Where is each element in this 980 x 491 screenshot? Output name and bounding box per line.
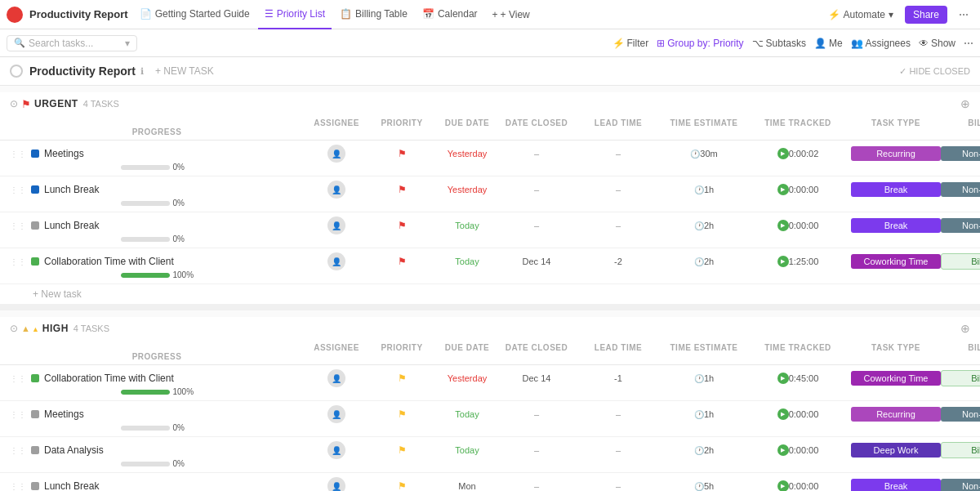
section-name-high: HIGH	[42, 323, 69, 334]
add-view-btn[interactable]: + + View	[486, 6, 537, 24]
section-count-urgent: 4 TASKS	[83, 99, 119, 109]
billing-badge: Non-billable	[941, 218, 980, 233]
chevron-down-icon: ▾	[889, 9, 893, 20]
tab-priority-list[interactable]: ☰ Priority List	[258, 0, 332, 29]
date-closed: –	[534, 221, 539, 230]
tab-calendar[interactable]: 📅 Calendar	[416, 0, 484, 29]
col-due-date: DUE DATE	[434, 118, 500, 127]
clock-icon: 🕐	[690, 150, 700, 158]
assignees-btn[interactable]: 👥 Assignees	[851, 38, 911, 49]
add-task-urgent[interactable]: + New task	[0, 284, 980, 304]
task-row[interactable]: ⋮⋮ Lunch Break 👤 ⚑ Yesterday – – 🕐1h ▶0:…	[0, 176, 980, 212]
me-btn[interactable]: 👤 Me	[814, 38, 843, 49]
progress-pct: 0%	[173, 234, 194, 243]
col-date-closed: DATE CLOSED	[500, 118, 573, 127]
due-date: Today	[455, 257, 479, 266]
date-closed: –	[534, 185, 539, 194]
time-estimate: 30m	[700, 149, 717, 158]
section-high: ⊙ ▲ ▲ HIGH 4 TASKS ⊕ ASSIGNEE PRIORITY D…	[0, 317, 980, 491]
task-row[interactable]: ⋮⋮Data Analysis 👤 ⚑ Today – – 🕐2h ▶0:00:…	[0, 437, 980, 473]
task-name: Data Analysis	[44, 444, 104, 456]
progress-bar	[121, 237, 170, 242]
task-color-dot	[31, 257, 39, 266]
main-content: Productivity Report ℹ + NEW TASK ✓ HIDE …	[0, 57, 980, 491]
tab-icon-getting-started: 📄	[140, 8, 152, 20]
more-options-btn[interactable]: ⋯	[954, 7, 973, 22]
info-icon[interactable]: ℹ	[140, 66, 144, 77]
assignee-avatar: 👤	[327, 216, 345, 234]
time-tracked: 0:00:00	[789, 221, 819, 230]
billing-badge: Non-billable	[941, 182, 980, 197]
filter-icon: ⚡	[612, 38, 625, 49]
task-row[interactable]: ⋮⋮Meetings 👤 ⚑ Today – – 🕐1h ▶0:00:00 Re…	[0, 401, 980, 437]
task-type-badge: Break	[851, 182, 941, 197]
time-tracked: 0:00:00	[789, 185, 819, 194]
high-icon: ▲ ▲	[21, 324, 39, 333]
progress-pct: 0%	[173, 163, 194, 172]
task-type-badge: Coworking Time	[851, 254, 941, 269]
lead-time: –	[616, 221, 621, 230]
top-nav: Productivity Report 📄 Getting Started Gu…	[0, 0, 980, 29]
more-toolbar-btn[interactable]: ⋯	[964, 38, 973, 49]
time-tracked: 0:00:02	[789, 149, 819, 158]
filter-btn[interactable]: ⚡ Filter	[612, 38, 649, 49]
assignee-avatar: 👤	[327, 252, 345, 270]
task-name: Lunch Break	[44, 220, 99, 231]
group-by-btn[interactable]: ⊞ Group by: Priority	[657, 38, 743, 49]
add-task-icon-high[interactable]: ⊕	[960, 322, 970, 335]
show-btn[interactable]: 👁 Show	[919, 38, 956, 49]
col-billing: BILLING	[941, 118, 980, 127]
progress-bar	[121, 201, 170, 206]
search-icon: 🔍	[14, 38, 25, 48]
add-task-icon-urgent[interactable]: ⊕	[960, 97, 970, 110]
progress-bar	[121, 165, 170, 170]
progress-bar	[121, 273, 170, 278]
search-placeholder: Search tasks...	[29, 38, 93, 49]
progress-pct: 0%	[173, 199, 194, 208]
col-headers-urgent: ASSIGNEE PRIORITY DUE DATE DATE CLOSED L…	[0, 115, 980, 141]
task-row[interactable]: ⋮⋮ Lunch Break 👤 ⚑ Today – – 🕐2h ▶0:00:0…	[0, 212, 980, 248]
share-btn[interactable]: Share	[905, 6, 947, 24]
new-task-header-btn[interactable]: + NEW TASK	[150, 64, 219, 78]
task-row[interactable]: ⋮⋮ Collaboration Time with Client 👤 ⚑ To…	[0, 248, 980, 284]
assignees-icon: 👥	[851, 38, 863, 49]
play-icon: ▶	[777, 148, 789, 159]
tab-billing-table[interactable]: 📋 Billing Table	[333, 0, 414, 29]
billing-badge: Billable	[941, 253, 980, 270]
drag-handle: ⋮⋮	[10, 150, 26, 158]
task-name: Lunch Break	[44, 184, 99, 195]
assignee-avatar: 👤	[327, 145, 345, 163]
task-row[interactable]: ⋮⋮Collaboration Time with Client 👤 ⚑ Yes…	[0, 365, 980, 401]
billing-badge: Non-billable	[941, 146, 980, 161]
hide-closed-btn[interactable]: ✓ HIDE CLOSED	[899, 66, 970, 77]
search-box[interactable]: 🔍 Search tasks... ▾	[7, 35, 137, 51]
section-header-high: ⊙ ▲ ▲ HIGH 4 TASKS ⊕	[0, 317, 980, 340]
project-title: Productivity Report	[29, 65, 136, 78]
task-row[interactable]: ⋮⋮Lunch Break 👤 ⚑ Mon – – 🕐5h ▶0:00:00 B…	[0, 473, 980, 491]
app-container: Productivity Report 📄 Getting Started Gu…	[0, 0, 980, 491]
section-urgent: ⊙ ⚑ URGENT 4 TASKS ⊕ ASSIGNEE PRIORITY D…	[0, 92, 980, 304]
play-icon: ▶	[777, 220, 789, 231]
task-type-badge: Break	[851, 218, 941, 233]
chevron-down-icon: ▾	[125, 38, 130, 49]
play-icon: ▶	[777, 184, 789, 195]
task-name: Meetings	[44, 408, 84, 420]
task-color-dot	[31, 150, 39, 158]
date-closed: Dec 14	[523, 257, 551, 266]
subtasks-btn[interactable]: ⌥ Subtasks	[752, 38, 806, 49]
task-row[interactable]: ⋮⋮ Meetings 👤 ⚑ Yesterday – – 🕐30m ▶0:00…	[0, 141, 980, 176]
task-name: Lunch Break	[44, 480, 99, 491]
collapse-icon-high[interactable]: ⊙	[10, 323, 18, 334]
drag-handle: ⋮⋮	[10, 185, 26, 194]
collapse-icon-urgent[interactable]: ⊙	[10, 98, 18, 109]
toolbar-right: ⚡ Filter ⊞ Group by: Priority ⌥ Subtasks…	[612, 38, 973, 49]
due-date: Yesterday	[448, 185, 488, 194]
col-priority: PRIORITY	[369, 118, 434, 127]
automate-btn[interactable]: ⚡ Automate ▾	[823, 7, 898, 22]
col-task-type: TASK TYPE	[851, 118, 941, 127]
section-header-urgent: ⊙ ⚑ URGENT 4 TASKS ⊕	[0, 92, 980, 115]
priority-flag: ⚑	[398, 184, 407, 195]
drag-handle: ⋮⋮	[10, 257, 26, 266]
tab-getting-started[interactable]: 📄 Getting Started Guide	[133, 0, 256, 29]
date-closed: –	[534, 149, 539, 158]
